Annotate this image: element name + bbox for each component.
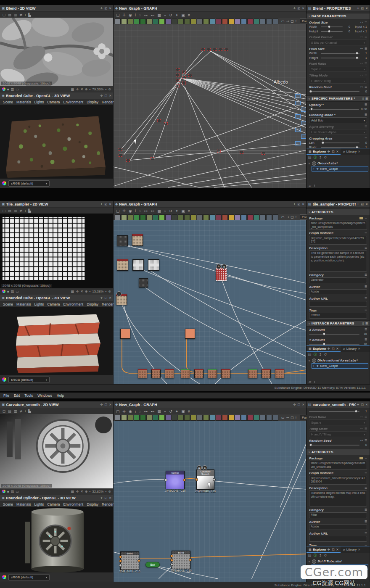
graph-node-marker-selected[interactable]	[295, 114, 301, 119]
palette-swatch[interactable]	[247, 18, 253, 24]
pointer-icon[interactable]: ✛	[76, 490, 79, 493]
preset-icon[interactable]: ☰	[365, 328, 367, 331]
graph-node[interactable]	[117, 235, 128, 246]
section-header[interactable]: ∨ATTRIBUTES	[307, 449, 370, 455]
palette-swatch[interactable]	[254, 18, 259, 24]
param-slider[interactable]: 1	[309, 409, 367, 414]
menu-item-help[interactable]: Help	[57, 393, 64, 398]
graph-node[interactable]	[185, 329, 195, 339]
palette-swatch[interactable]	[165, 18, 171, 24]
section-header[interactable]: ∨ATTRIBUTES	[307, 209, 370, 215]
gray-swatch-icon[interactable]: ▨	[11, 290, 14, 293]
fit-icon[interactable]: ✕	[80, 87, 83, 91]
graph-node-marker-selected[interactable]	[301, 134, 306, 139]
palette-swatch[interactable]	[228, 415, 234, 421]
param-textarea[interactable]: Transforms tangent normal map into a smo…	[309, 490, 367, 506]
graph-node[interactable]: B⊗	[216, 268, 227, 281]
graph-node[interactable]	[262, 369, 271, 378]
up-icon[interactable]: ↥	[319, 156, 322, 159]
link-icon[interactable]: ⊷	[360, 415, 363, 419]
menu-item-lights[interactable]: Lights	[34, 100, 44, 104]
folder-icon[interactable]: ▱	[309, 184, 311, 187]
close-icon[interactable]: ✕	[358, 347, 360, 351]
graph-node[interactable]	[132, 259, 144, 271]
info-icon[interactable]: i	[25, 209, 26, 213]
palette-swatch[interactable]	[266, 214, 272, 220]
float-icon[interactable]: ◱	[332, 548, 335, 551]
palette-swatch[interactable]	[216, 214, 222, 220]
menu-item-tools[interactable]: Tools	[24, 393, 33, 398]
link-icon[interactable]: ⊷	[360, 21, 363, 24]
info-icon[interactable]: i	[135, 409, 136, 414]
pin-icon[interactable]: ✛	[328, 150, 330, 153]
palette-swatch[interactable]	[134, 214, 140, 220]
preset-list-icon[interactable]: ☰	[365, 97, 368, 100]
preset-icon[interactable]: ☰	[365, 74, 367, 77]
frame-tool-icon[interactable]: #	[188, 209, 190, 213]
graph-node-marker-selected[interactable]	[295, 128, 301, 132]
param-textarea[interactable]: This tile generator can sample in a text…	[309, 250, 367, 272]
graph-node-port[interactable]	[213, 478, 216, 481]
preset-icon[interactable]: ☰	[365, 47, 367, 50]
link-icon[interactable]: ⊷	[360, 47, 363, 50]
save-icon[interactable]: ▤	[8, 209, 12, 213]
palette-swatch[interactable]	[203, 214, 209, 220]
preset-icon[interactable]: ☰	[365, 532, 367, 535]
link-icon[interactable]: ⊷	[360, 62, 363, 65]
tab-library[interactable]: ▱ Library ✕	[341, 345, 362, 352]
output-link-icon[interactable]: ⊷	[151, 13, 154, 17]
package-item[interactable]: ∨ Ground.sbs*	[308, 161, 368, 166]
param-field[interactable]: pkg:///tile_sampler?dependency=142925927…	[309, 236, 367, 245]
tab-explorer[interactable]: ▤ Explorer ✛◱✕	[307, 546, 341, 553]
link-icon[interactable]: ⇄	[20, 409, 23, 413]
graph-node[interactable]: +	[116, 294, 127, 305]
menu-item-display[interactable]: Display	[87, 302, 98, 306]
param-field[interactable]: Generator	[309, 277, 367, 283]
param-select[interactable]: Use Source Alpha▾	[309, 129, 367, 135]
palette-swatch[interactable]	[146, 214, 152, 220]
graph-node[interactable]: Blend2048x2048 - C16	[120, 551, 139, 570]
graph-node-marker[interactable]	[240, 151, 243, 154]
palette-swatch[interactable]	[266, 18, 272, 24]
loop-icon[interactable]: ↺	[169, 209, 172, 213]
palette-swatch[interactable]	[115, 18, 121, 24]
search-icon[interactable]: ◌	[139, 209, 141, 213]
menu-item-scene[interactable]: Scene	[3, 502, 13, 506]
palette-swatch[interactable]	[146, 415, 152, 421]
param-select[interactable]: Add Sub▾	[309, 117, 367, 123]
palette-swatch[interactable]	[266, 415, 272, 421]
colorspace-select[interactable]: sRGB (default) ▾	[8, 377, 50, 383]
graph-canvas[interactable]: +B⊗	[114, 220, 306, 384]
gray-swatch-icon[interactable]: ▨	[11, 490, 14, 493]
param-slider[interactable]: 0.06	[309, 107, 367, 111]
palette-swatch[interactable]	[140, 18, 146, 24]
preset-icon[interactable]: ☰	[365, 85, 367, 89]
param-slider[interactable]: Left0	[309, 140, 367, 145]
graph-node[interactable]	[181, 369, 190, 378]
slider-knob[interactable]	[309, 90, 312, 93]
preset-icon[interactable]: ☰	[365, 285, 367, 288]
loop-icon[interactable]: ↺	[169, 409, 172, 414]
section-header[interactable]: ∨INSTANCE PARAMETERS▯☰	[307, 320, 370, 327]
graph-node-marker-selected[interactable]	[295, 101, 301, 105]
channels-icon[interactable]: ●	[2, 290, 5, 293]
float-icon[interactable]: ◱	[105, 296, 108, 300]
close-icon[interactable]: ✕	[109, 403, 111, 406]
float-icon[interactable]: ◱	[105, 94, 108, 98]
graph-node-marker[interactable]	[217, 150, 221, 153]
input-link-icon[interactable]: ⊶	[144, 409, 148, 414]
graph-node-marker-selected[interactable]	[301, 108, 306, 112]
snapshot-icon[interactable]: ◉	[129, 409, 132, 414]
info-icon[interactable]: i	[135, 13, 136, 17]
graph-node[interactable]	[275, 369, 284, 378]
palette-swatch[interactable]	[134, 415, 140, 421]
param-slider[interactable]: Height1	[309, 55, 367, 60]
palette-swatch[interactable]	[184, 415, 190, 421]
param-slider[interactable]: 0	[309, 89, 367, 94]
pan-icon[interactable]: ✛	[123, 409, 126, 414]
info-icon[interactable]: i	[135, 209, 136, 213]
graph-node-badge[interactable]: ▦	[197, 465, 202, 470]
graph-node-marker[interactable]	[157, 119, 161, 122]
display-icon[interactable]: ▭	[16, 290, 19, 293]
snapshot-icon[interactable]: ◉	[129, 209, 132, 213]
